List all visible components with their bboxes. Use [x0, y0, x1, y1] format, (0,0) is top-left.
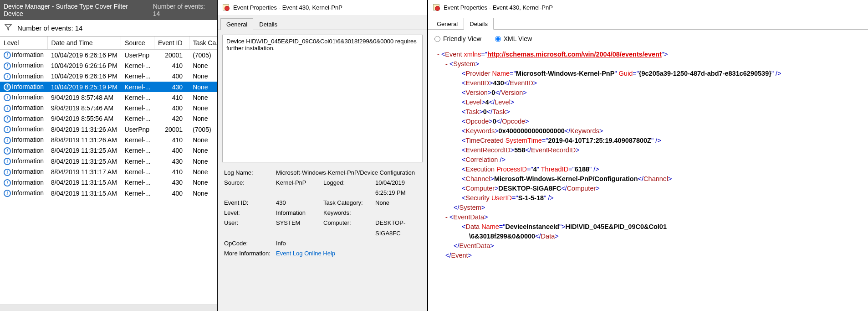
table-header-row[interactable]: Level Date and Time Source Event ID Task… [0, 36, 217, 50]
event-description[interactable]: Device HID\VID_045E&PID_09C0&Col01\6&301… [222, 35, 423, 162]
xml-level: 4 [485, 98, 489, 106]
table-row[interactable]: iInformation10/04/2019 6:25:19 PMKernel-… [0, 82, 217, 92]
event-properties-details-panel: Event Properties - Event 430, Kernel-PnP… [428, 0, 868, 311]
xml-security-userid: S-1-5-18 [518, 194, 544, 202]
table-row[interactable]: iInformation9/04/2019 8:57:48 AMKernel-.… [0, 92, 217, 103]
info-icon: i [4, 158, 11, 165]
source-label: Source: [224, 178, 274, 198]
source-value: Kernel-PnP [276, 178, 322, 198]
opcode-label: OpCode: [224, 238, 274, 249]
tabs-details: General Details [428, 17, 868, 30]
xml-data-name: DeviceInstanceId [505, 223, 559, 230]
logged-label: Logged: [323, 178, 373, 198]
computer-label: Computer: [323, 218, 373, 238]
xml-eventrecordid: 558 [514, 146, 525, 154]
taskcat-label: Task Category: [323, 198, 373, 208]
xml-task: 0 [483, 108, 487, 115]
xml-keywords: 0x4000000000000000 [499, 127, 565, 135]
keywords-label: Keywords: [323, 208, 373, 218]
xml-view-body[interactable]: - <Event xmlns="http://schemas.microsoft… [428, 48, 868, 270]
collapse-icon[interactable]: - [445, 60, 448, 67]
level-label: Level: [224, 208, 274, 218]
user-label: User: [224, 218, 274, 238]
info-icon: i [4, 179, 11, 187]
tab-details-2[interactable]: Details [464, 18, 494, 30]
logged-value: 10/04/2019 6:25:19 PM [375, 178, 421, 198]
xmlns-link[interactable]: http://schemas.microsoft.com/win/2004/08… [487, 51, 662, 58]
xml-pid: 4 [533, 166, 537, 173]
radio-xml-view[interactable]: XML View [495, 35, 532, 42]
tab-general-2[interactable]: General [431, 18, 464, 30]
horizontal-scrollbar[interactable] [0, 305, 217, 311]
xml-channel: Microsoft-Windows-Kernel-PnP/Configurati… [494, 175, 638, 182]
taskcat-value: None [375, 198, 421, 208]
tab-general[interactable]: General [220, 18, 253, 30]
tab-details[interactable]: Details [253, 18, 283, 30]
xml-timecreated: 2019-04-10T17:25:19.409087800Z [548, 137, 651, 144]
info-icon: i [4, 190, 11, 197]
info-icon: i [4, 147, 11, 155]
table-row[interactable]: iInformation8/04/2019 11:31:15 AMKernel-… [0, 177, 217, 188]
event-properties-general-panel: Event Properties - Event 430, Kernel-PnP… [218, 0, 428, 311]
info-icon: i [4, 137, 11, 144]
keywords-value [375, 208, 421, 218]
device-manager-title: Device Manager - Surface Type Cover Filt… [4, 3, 148, 17]
event-properties-titlebar: Event Properties - Event 430, Kernel-PnP [218, 0, 427, 15]
xml-computer: DESKTOP-SIGA8FC [499, 185, 562, 192]
info-icon: i [4, 169, 11, 176]
view-mode-radios: Friendly View XML View [428, 30, 868, 48]
table-row[interactable]: iInformation9/04/2019 8:57:46 AMKernel-.… [0, 103, 217, 113]
info-icon: i [4, 94, 11, 101]
collapse-icon[interactable]: - [437, 51, 439, 58]
table-row[interactable]: iInformation10/04/2019 6:26:16 PMKernel-… [0, 71, 217, 82]
user-value: SYSTEM [276, 218, 322, 238]
filter-icon[interactable] [5, 24, 12, 32]
table-row[interactable]: iInformation8/04/2019 11:31:26 AMKernel-… [0, 135, 217, 145]
table-row[interactable]: iInformation8/04/2019 11:31:25 AMKernel-… [0, 156, 217, 166]
device-manager-panel: Device Manager - Surface Type Cover Filt… [0, 0, 218, 311]
provider-name: Microsoft-Windows-Kernel-PnP [516, 70, 615, 77]
device-manager-titlebar: Device Manager - Surface Type Cover Filt… [0, 0, 217, 20]
info-icon: i [4, 83, 11, 91]
col-source[interactable]: Source [121, 36, 154, 50]
event-properties-title-2: Event Properties - Event 430, Kernel-PnP [444, 4, 553, 11]
col-level[interactable]: Level [0, 36, 47, 50]
filter-text: Number of events: 14 [17, 24, 82, 32]
info-icon: i [4, 62, 11, 70]
event-table[interactable]: Level Date and Time Source Event ID Task… [0, 36, 217, 305]
xml-data-line1: HID\VID_045E&PID_09C0&Col01 [566, 223, 667, 230]
info-icon: i [4, 105, 11, 112]
table-row[interactable]: iInformation9/04/2019 8:55:56 AMKernel-.… [0, 114, 217, 124]
provider-guid: {9c205a39-1250-487d-abd7-e831c6290539} [639, 70, 771, 77]
col-eventid[interactable]: Event ID [154, 36, 189, 50]
info-icon: i [4, 73, 11, 80]
info-icon: i [4, 126, 11, 133]
event-props-grid: Log Name: Microsoft-Windows-Kernel-PnP/D… [222, 166, 423, 262]
level-value: Information [276, 208, 322, 218]
logname-value: Microsoft-Windows-Kernel-PnP/Device Conf… [276, 168, 421, 178]
event-viewer-icon [222, 4, 230, 11]
opcode-value: Info [276, 238, 421, 249]
info-icon: i [4, 52, 11, 59]
logname-label: Log Name: [224, 168, 274, 178]
computer-value: DESKTOP-SIGA8FC [375, 218, 421, 238]
col-taskcat[interactable]: Task Ca... [189, 36, 217, 50]
collapse-icon[interactable]: - [445, 213, 448, 221]
event-properties-title: Event Properties - Event 430, Kernel-PnP [233, 4, 342, 11]
table-row[interactable]: iInformation8/04/2019 11:31:26 AMUserPnp… [0, 124, 217, 135]
table-row[interactable]: iInformation10/04/2019 6:26:16 PMUserPnp… [0, 50, 217, 61]
table-row[interactable]: iInformation8/04/2019 11:31:25 AMKernel-… [0, 145, 217, 156]
xml-opcode: 0 [493, 118, 496, 125]
table-row[interactable]: iInformation8/04/2019 11:31:17 AMKernel-… [0, 166, 217, 177]
filter-bar[interactable]: Number of events: 14 [0, 20, 217, 36]
table-row[interactable]: iInformation10/04/2019 6:26:16 PMKernel-… [0, 60, 217, 71]
info-icon: i [4, 115, 11, 123]
radio-friendly-view[interactable]: Friendly View [434, 35, 481, 42]
event-viewer-icon [433, 4, 440, 11]
tabs-general: General Details [218, 18, 427, 30]
col-datetime[interactable]: Date and Time [47, 36, 121, 50]
moreinfo-link[interactable]: Event Log Online Help [276, 250, 335, 257]
table-row[interactable]: iInformation8/04/2019 11:31:15 AMKernel-… [0, 188, 217, 198]
xml-tid: 6188 [575, 166, 589, 173]
xml-eventid: 430 [493, 79, 504, 87]
